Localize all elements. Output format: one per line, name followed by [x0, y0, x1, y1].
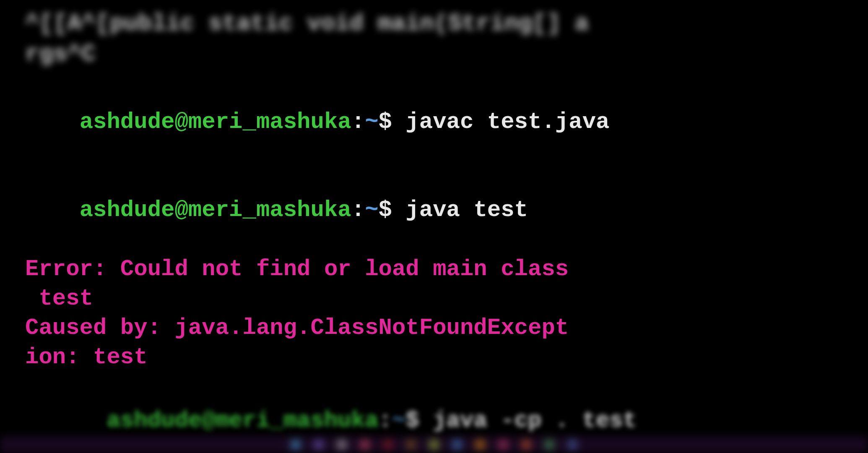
dock-bar: [0, 436, 868, 453]
user-host: ashdude@meri_mashuka: [80, 109, 351, 135]
dock-app-icon[interactable]: [499, 440, 507, 449]
error-line: Caused by: java.lang.ClassNotFoundExcept: [25, 313, 843, 343]
command-text: javac test.java: [405, 109, 609, 135]
colon: :: [351, 109, 365, 135]
dollar: $: [379, 197, 406, 223]
path: ~: [365, 109, 378, 135]
dock-app-icon[interactable]: [568, 440, 577, 449]
dock-app-icon[interactable]: [361, 440, 369, 449]
colon: :: [379, 408, 392, 433]
blurred-history: ^[[A^[public static void main(String[] a…: [25, 8, 843, 70]
dock-app-icon[interactable]: [314, 440, 323, 449]
path: ~: [365, 197, 378, 223]
history-line: rgs^C: [25, 39, 843, 70]
terminal-window[interactable]: ^[[A^[public static void main(String[] a…: [0, 0, 868, 453]
dock-app-icon[interactable]: [430, 440, 438, 449]
dock-app-icon[interactable]: [384, 440, 392, 449]
dollar: $: [379, 109, 406, 135]
dock-app-icon[interactable]: [522, 440, 530, 449]
dollar: $: [405, 408, 433, 433]
path: ~: [392, 408, 405, 433]
command-text: java -cp . test: [433, 408, 637, 433]
colon: :: [351, 197, 365, 223]
command-text: java test: [405, 197, 528, 223]
user-host: ashdude@meri_mashuka: [107, 408, 378, 433]
history-line: ^[[A^[public static void main(String[] a: [25, 8, 843, 39]
prompt-line-1: ashdude@meri_mashuka:~$ javac test.java: [25, 78, 843, 167]
dock-app-icon[interactable]: [338, 440, 346, 449]
prompt-line-2: ashdude@meri_mashuka:~$ java test: [25, 166, 843, 255]
dock-app-icon[interactable]: [476, 440, 484, 449]
dock-app-icon[interactable]: [453, 440, 461, 449]
error-line: Error: Could not find or load main class: [25, 255, 843, 284]
dock-app-icon[interactable]: [545, 440, 554, 449]
user-host: ashdude@meri_mashuka: [80, 197, 351, 223]
error-line: ion: test: [25, 343, 843, 372]
dock-app-icon[interactable]: [291, 440, 300, 449]
dock-app-icon[interactable]: [407, 440, 415, 449]
error-line: test: [25, 284, 843, 313]
